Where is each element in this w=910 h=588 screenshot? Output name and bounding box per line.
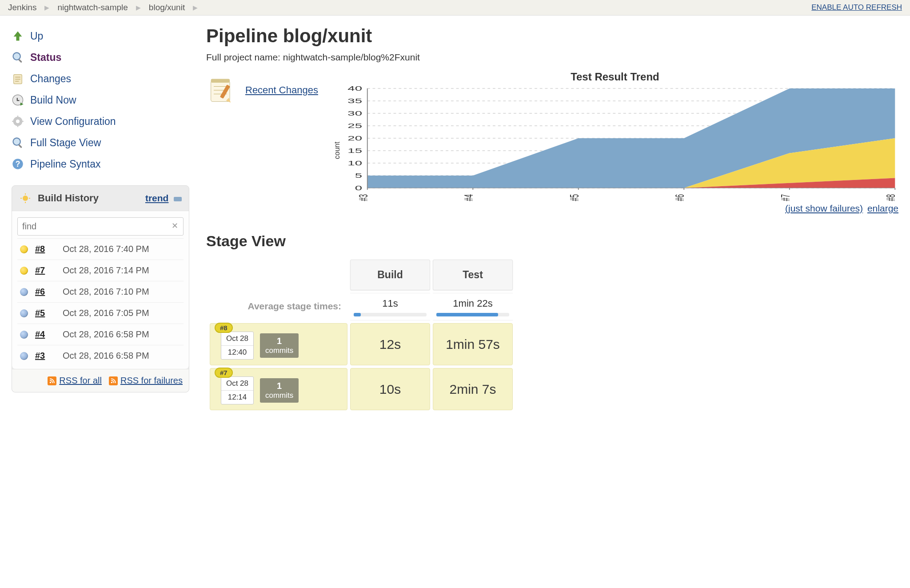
stage-run-cell[interactable]: 12s — [350, 323, 430, 365]
build-list-item[interactable]: #3Oct 28, 2016 6:58 PM — [17, 345, 184, 366]
svg-text:5: 5 — [355, 172, 362, 180]
clock-play-icon — [12, 94, 24, 106]
recent-changes-block: Recent Changes — [206, 71, 318, 105]
build-list-item[interactable]: #6Oct 28, 2016 7:10 PM — [17, 281, 184, 302]
stage-run-cell[interactable]: 10s — [350, 368, 430, 410]
svg-point-9 — [16, 120, 20, 123]
stage-run-cell[interactable]: 2min 7s — [433, 368, 513, 410]
rss-icon — [109, 376, 118, 385]
run-commits[interactable]: 1commits — [260, 333, 299, 358]
build-list-item[interactable]: #4Oct 28, 2016 6:58 PM — [17, 324, 184, 345]
build-list-item[interactable]: #7Oct 28, 2016 7:14 PM — [17, 260, 184, 281]
breadcrumb-item[interactable]: nightwatch-sample — [57, 3, 128, 12]
average-stage-time-cell: 11s — [350, 293, 430, 320]
build-list-item[interactable]: #8Oct 28, 2016 7:40 PM — [17, 238, 184, 260]
svg-point-14 — [13, 138, 20, 145]
svg-text:#3: #3 — [356, 194, 370, 201]
build-history-search-input[interactable] — [17, 217, 184, 236]
svg-text:0: 0 — [355, 184, 362, 192]
average-stage-time-cell: 1min 22s — [433, 293, 513, 320]
breadcrumb-bar: Jenkins ▶ nightwatch-sample ▶ blog/xunit… — [0, 0, 910, 16]
svg-text:20: 20 — [347, 135, 362, 142]
svg-point-18 — [23, 196, 28, 201]
svg-text:15: 15 — [347, 147, 362, 155]
svg-point-0 — [13, 53, 20, 60]
svg-point-23 — [50, 381, 52, 383]
search-icon — [12, 51, 24, 64]
build-number[interactable]: #3 — [35, 351, 56, 361]
svg-rect-13 — [21, 121, 24, 122]
svg-text:#8: #8 — [884, 194, 898, 201]
sidebar-item-up[interactable]: Up — [12, 25, 189, 47]
sidebar-item-changes[interactable]: Changes — [12, 68, 189, 89]
sidebar-item-pipeline-syntax[interactable]: ? Pipeline Syntax — [12, 153, 189, 175]
stage-run-label[interactable]: #7Oct 2812:141commits — [210, 368, 347, 410]
collapse-icon[interactable] — [174, 197, 182, 201]
sidebar-nav: Up Status Changes Build Now — [12, 25, 189, 175]
up-arrow-icon — [12, 30, 24, 42]
svg-text:35: 35 — [347, 97, 362, 105]
build-history-header: Build History trend — [12, 186, 189, 211]
clear-icon[interactable]: ✕ — [172, 221, 178, 231]
svg-rect-10 — [17, 116, 18, 118]
build-history-trend-link[interactable]: trend — [145, 193, 169, 203]
show-failures-link[interactable]: (just show failures) — [785, 203, 863, 213]
stage-run-label[interactable]: #8Oct 2812:401commits — [210, 323, 347, 365]
build-date: Oct 28, 2016 7:10 PM — [63, 287, 149, 297]
rss-all-label: RSS for all — [59, 376, 102, 386]
sidebar-item-build-now[interactable]: Build Now — [12, 89, 189, 111]
svg-point-24 — [111, 381, 113, 383]
rss-all-link[interactable]: RSS for all — [48, 376, 102, 386]
chart-title: Test Result Trend — [331, 71, 898, 83]
run-badge: #7 — [215, 368, 233, 378]
sidebar-item-label: Build Now — [30, 94, 76, 106]
svg-text:40: 40 — [347, 86, 362, 92]
svg-rect-15 — [18, 144, 22, 148]
sidebar-item-label: Changes — [30, 73, 71, 85]
build-date: Oct 28, 2016 6:58 PM — [63, 351, 149, 361]
build-number[interactable]: #8 — [35, 244, 56, 254]
page-title: Pipeline blog/xunit — [206, 25, 898, 47]
breadcrumb-item[interactable]: Jenkins — [8, 3, 36, 12]
svg-text:?: ? — [16, 160, 20, 168]
chart-y-axis-label: count — [331, 86, 341, 201]
sidebar-item-label: View Configuration — [30, 116, 116, 128]
status-ball-icon — [20, 331, 28, 339]
build-list-item[interactable]: #5Oct 28, 2016 7:05 PM — [17, 302, 184, 324]
run-date: Oct 2812:14 — [221, 376, 254, 404]
rss-failures-link[interactable]: RSS for failures — [109, 376, 183, 386]
enable-auto-refresh-link[interactable]: ENABLE AUTO REFRESH — [811, 3, 902, 12]
sidebar-item-status[interactable]: Status — [12, 47, 189, 68]
sidebar-item-label: Up — [30, 30, 43, 42]
chart-canvas[interactable]: 0510152025303540#3#4#5#6#7#8 — [341, 86, 898, 201]
recent-changes-link[interactable]: Recent Changes — [245, 84, 318, 96]
build-number[interactable]: #4 — [35, 329, 56, 340]
stage-column-header: Build — [350, 260, 430, 290]
status-ball-icon — [20, 267, 28, 275]
build-date: Oct 28, 2016 7:40 PM — [63, 244, 149, 254]
notepad-icon — [12, 72, 24, 85]
build-date: Oct 28, 2016 7:05 PM — [63, 308, 149, 318]
build-number[interactable]: #6 — [35, 287, 56, 297]
svg-rect-12 — [12, 121, 14, 122]
average-stage-times-label: Average stage times: — [210, 293, 347, 320]
stage-view-grid: BuildTestAverage stage times:11s1min 22s… — [210, 260, 898, 410]
status-ball-icon — [20, 288, 28, 296]
svg-rect-11 — [17, 125, 18, 127]
svg-text:#6: #6 — [673, 194, 686, 201]
sidebar-item-full-stage-view[interactable]: Full Stage View — [12, 132, 189, 153]
build-number[interactable]: #7 — [35, 265, 56, 276]
run-commits[interactable]: 1commits — [260, 378, 299, 403]
gear-icon — [12, 115, 24, 128]
breadcrumb: Jenkins ▶ nightwatch-sample ▶ blog/xunit… — [8, 3, 198, 12]
run-badge: #8 — [215, 323, 233, 333]
enlarge-chart-link[interactable]: enlarge — [867, 203, 898, 213]
svg-text:#7: #7 — [778, 194, 792, 201]
stage-run-cell[interactable]: 1min 57s — [433, 323, 513, 365]
notepad-pencil-icon — [206, 75, 236, 105]
sidebar-item-view-configuration[interactable]: View Configuration — [12, 111, 189, 132]
breadcrumb-item[interactable]: blog/xunit — [149, 3, 185, 12]
build-number[interactable]: #5 — [35, 308, 56, 318]
build-date: Oct 28, 2016 7:14 PM — [63, 265, 149, 276]
sidebar: Up Status Changes Build Now — [12, 25, 189, 410]
